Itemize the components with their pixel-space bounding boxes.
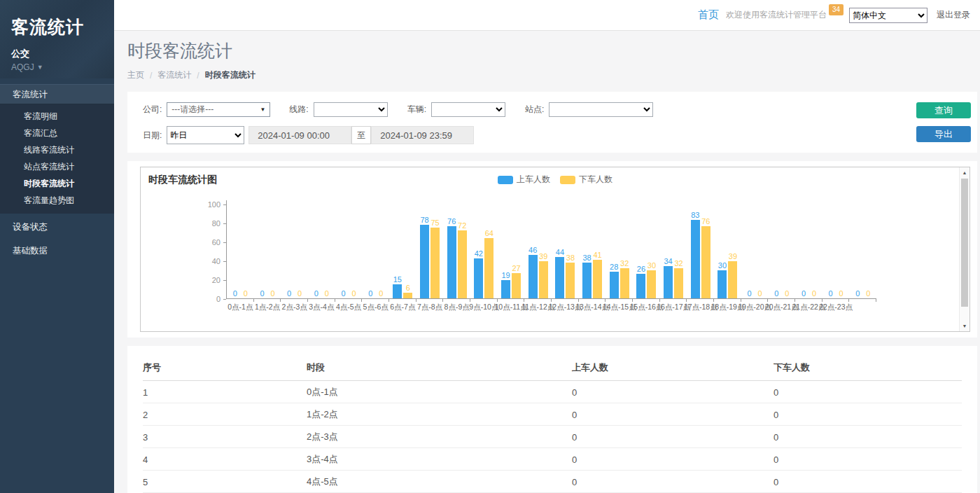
- notification-badge[interactable]: 34: [829, 4, 844, 15]
- bar-value-label: 6: [406, 284, 410, 293]
- station-select[interactable]: [549, 102, 653, 117]
- chart-category-group: 42649点-10点: [470, 204, 498, 298]
- scrollbar-thumb[interactable]: [961, 179, 968, 307]
- export-button[interactable]: 导出: [916, 126, 971, 142]
- y-axis-label: 40: [200, 257, 220, 265]
- legend-item[interactable]: 上车人数: [498, 174, 550, 186]
- scroll-down-icon[interactable]: ▼: [960, 321, 969, 331]
- table-cell: 0: [774, 403, 962, 426]
- bar-series-1: [539, 261, 548, 298]
- bar-wrap: 0: [322, 204, 331, 298]
- bar-wrap: 0: [783, 204, 792, 298]
- sidebar-subitem[interactable]: 客流量趋势图: [0, 192, 114, 209]
- x-axis-label: 2点-3点: [282, 303, 307, 312]
- chart-category-group: 002点-3点: [281, 204, 308, 298]
- bar-wrap: 30: [647, 204, 656, 298]
- table-row: 32点-3点00: [143, 426, 962, 448]
- language-select[interactable]: 简体中文: [849, 8, 927, 23]
- sidebar-bottom-items: 设备状态基础数据: [0, 217, 114, 261]
- col-header-boarding: 上车人数: [572, 354, 774, 381]
- bar-series-0: [555, 257, 564, 298]
- bar-value-label: 15: [393, 275, 402, 284]
- table-cell: 0: [572, 471, 774, 493]
- line-label: 线路:: [289, 104, 308, 116]
- date-preset-select[interactable]: 昨日: [167, 126, 244, 144]
- sidebar-subitem[interactable]: 时段客流统计: [0, 175, 114, 192]
- sidebar-section-item[interactable]: 设备状态: [0, 217, 114, 237]
- chart-panel: 时段车流统计图 上车人数下车人数 000点-1点001点-2点002点-3点00…: [127, 161, 977, 338]
- sidebar-section-item[interactable]: 基础数据: [0, 241, 114, 261]
- sidebar: 客流统计 公交 AQGJ ▼ 客流统计 客流明细客流汇总线路客流统计站点客流统计…: [0, 0, 114, 493]
- x-axis-tick: [551, 299, 552, 302]
- sidebar-section-passenger-stats[interactable]: 客流统计: [0, 84, 114, 104]
- home-link[interactable]: 首页: [698, 8, 719, 22]
- bar-value-label: 27: [512, 264, 520, 273]
- bar-value-label: 64: [485, 229, 493, 238]
- chart-scrollbar[interactable]: ▲ ▼: [959, 167, 969, 331]
- table-cell: 0: [774, 426, 962, 448]
- bar-wrap: 0: [366, 204, 375, 298]
- bar-value-label: 0: [287, 289, 291, 298]
- x-axis-tick: [605, 299, 606, 302]
- line-select[interactable]: [314, 102, 388, 117]
- bar-series-1: [620, 268, 629, 298]
- legend-swatch: [498, 176, 513, 184]
- query-button[interactable]: 查询: [916, 102, 971, 118]
- chart-category-group: 00: [849, 204, 876, 298]
- bar-value-label: 26: [637, 265, 645, 274]
- bar-wrap: 15: [393, 204, 402, 298]
- chart-box: 时段车流统计图 上车人数下车人数 000点-1点001点-2点002点-3点00…: [140, 167, 970, 332]
- bar-wrap: 0: [230, 204, 239, 298]
- bar-series-0: [393, 284, 402, 298]
- col-header-index: 序号: [143, 354, 307, 381]
- bar-series-1: [484, 238, 493, 298]
- bar-wrap: 46: [528, 204, 538, 298]
- org-selector[interactable]: AQGJ ▼: [11, 62, 103, 72]
- company-select[interactable]: ---请选择--- ▼: [167, 102, 270, 117]
- bar-wrap: 42: [474, 204, 483, 298]
- bar-series-1: [512, 273, 521, 298]
- data-table-panel: 序号 时段 上车人数 下车人数 10点-1点0021点-2点0032点-3点00…: [127, 346, 977, 493]
- bar-series-1: [701, 226, 710, 298]
- breadcrumb-link[interactable]: 主页: [127, 69, 144, 81]
- bar-series-1: [430, 228, 440, 298]
- table-cell: 0: [774, 448, 962, 471]
- bar-wrap: 0: [836, 204, 846, 298]
- bar-wrap: 0: [799, 204, 808, 298]
- sidebar-subitem[interactable]: 客流明细: [0, 108, 114, 125]
- table-row: 21点-2点00: [143, 403, 962, 426]
- logout-link[interactable]: 退出登录: [937, 9, 970, 21]
- scroll-up-icon[interactable]: ▲: [960, 167, 969, 178]
- sidebar-subitem[interactable]: 客流汇总: [0, 125, 114, 141]
- table-cell: 5: [143, 471, 307, 493]
- bar-value-label: 34: [664, 257, 672, 266]
- x-axis-tick: [335, 299, 335, 302]
- bar-wrap: 39: [539, 204, 548, 298]
- bar-value-label: 0: [758, 289, 762, 298]
- bar-value-label: 30: [648, 261, 656, 270]
- date-to-input[interactable]: [371, 126, 474, 144]
- bar-value-label: 42: [475, 249, 483, 258]
- date-from-input[interactable]: [248, 126, 351, 144]
- bar-value-label: 0: [839, 289, 844, 298]
- bar-value-label: 0: [351, 289, 356, 298]
- x-axis-tick: [416, 299, 416, 302]
- legend-item[interactable]: 下车人数: [560, 174, 612, 186]
- chart-category-group: 005点-6点: [362, 204, 389, 298]
- bar-series-0: [528, 255, 538, 298]
- x-axis-label: 7点-8点: [417, 303, 442, 312]
- vehicle-select[interactable]: [431, 102, 505, 117]
- bar-series-0: [636, 274, 645, 298]
- chart-category-group: 463911点-12点: [524, 204, 552, 298]
- x-axis-tick: [524, 299, 524, 302]
- sidebar-subitem[interactable]: 线路客流统计: [0, 141, 114, 158]
- bar-wrap: 0: [809, 204, 818, 298]
- breadcrumb-link[interactable]: 客流统计: [158, 69, 191, 81]
- table-cell: 0: [774, 471, 962, 493]
- x-axis-label: 6点-7点: [390, 303, 415, 312]
- bar-value-label: 0: [812, 289, 816, 298]
- sidebar-subitem[interactable]: 站点客流统计: [0, 158, 114, 175]
- table-cell: 3点-4点: [307, 448, 572, 471]
- breadcrumb-current: 时段客流统计: [205, 69, 255, 81]
- bar-series-1: [728, 261, 737, 298]
